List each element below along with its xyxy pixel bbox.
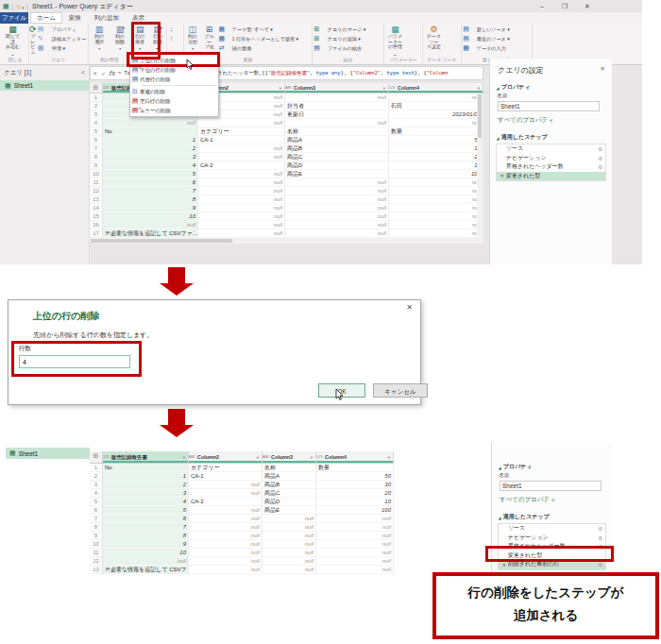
cell[interactable]: null xyxy=(198,119,285,127)
cell[interactable]: null xyxy=(285,195,389,204)
cell[interactable]: 商品A xyxy=(285,136,389,144)
row-number[interactable]: 12 xyxy=(90,187,103,195)
cell[interactable]: null xyxy=(189,532,263,540)
properties-button[interactable]: ▤プロパティ xyxy=(37,25,88,34)
row-number[interactable]: 3 xyxy=(90,481,103,489)
cell[interactable]: null xyxy=(316,549,394,557)
cell[interactable]: null xyxy=(198,153,285,161)
cancel-button[interactable]: キャンセル xyxy=(373,383,428,398)
cell[interactable]: 1 xyxy=(103,472,189,481)
chevron-down-icon[interactable]: ▾ xyxy=(22,4,25,12)
menu-item-remove-duplicates[interactable]: ⊟重複の削除 xyxy=(130,87,218,96)
cell[interactable]: 数量 xyxy=(389,127,483,136)
cell[interactable]: 6 xyxy=(103,515,189,523)
row-number[interactable]: 11 xyxy=(90,549,103,557)
cell[interactable]: null xyxy=(389,204,483,212)
step-navigation[interactable]: ナビゲーション⚙ xyxy=(497,154,605,163)
enter-data-button[interactable]: ▦データの入力 xyxy=(462,43,517,53)
cell[interactable]: 石田 xyxy=(389,102,483,110)
cell[interactable]: 商品B xyxy=(263,481,316,489)
step-changed-type[interactable]: ✕変更された型 xyxy=(497,172,605,181)
cell[interactable]: null xyxy=(198,178,285,187)
cell[interactable]: 商品D xyxy=(285,161,389,170)
row-number[interactable]: 10 xyxy=(90,170,103,178)
cell[interactable]: No xyxy=(103,464,189,472)
cell[interactable]: null xyxy=(389,212,483,221)
data-source-settings-button[interactable]: ⚙データ ソー ス設定 xyxy=(423,25,445,53)
row-number[interactable]: 4 xyxy=(90,489,103,498)
cell[interactable]: null xyxy=(189,540,263,549)
cancel-formula-icon[interactable]: ✕ xyxy=(91,70,99,76)
cell[interactable]: null xyxy=(189,515,263,523)
cell[interactable]: 商品A xyxy=(263,472,316,481)
replace-values-button[interactable]: ⇄値の置換 xyxy=(217,43,312,53)
cell[interactable]: null xyxy=(285,187,389,195)
column-header[interactable]: 123Column4▾ xyxy=(316,451,394,463)
cell[interactable]: 10 xyxy=(316,498,394,506)
cell[interactable]: CA-1 xyxy=(198,136,285,144)
refresh-preview-button[interactable]: ⟳プレビュー の更新▾ xyxy=(29,25,37,56)
cell[interactable]: 2023/01/02 xyxy=(389,110,483,119)
cell[interactable]: null xyxy=(198,144,285,153)
recent-sources-button[interactable]: ▤最近のソース ▾ xyxy=(462,34,517,43)
cell[interactable]: 3 xyxy=(103,489,189,498)
query-list-item-sheet1[interactable]: ▦Sheet1 xyxy=(0,80,89,91)
cell[interactable]: null xyxy=(389,178,483,187)
cell[interactable]: null xyxy=(263,532,316,540)
advanced-editor-button[interactable]: ✎詳細エディター xyxy=(37,34,88,43)
sort-descending-button[interactable]: ↑ xyxy=(167,34,183,43)
cell[interactable]: 2 xyxy=(103,144,198,153)
restore-button[interactable]: ❐ xyxy=(557,1,572,11)
cell[interactable]: null xyxy=(285,229,389,238)
split-column-button[interactable]: ◫列の 分割▾ xyxy=(184,25,201,50)
cell[interactable]: null xyxy=(316,532,394,540)
row-number[interactable]: 9 xyxy=(90,161,103,170)
row-number[interactable]: 1 xyxy=(90,464,103,472)
cell[interactable]: 10 xyxy=(103,212,198,221)
group-by-button[interactable]: ⊞グルー プ化 xyxy=(201,25,218,53)
cell[interactable]: null xyxy=(389,229,483,238)
menu-item-remove-alternate-rows[interactable]: ▤代替行の削除 xyxy=(130,75,218,84)
filter-icon[interactable]: ▾ xyxy=(476,85,482,90)
cell[interactable]: null xyxy=(285,119,389,127)
column-header[interactable]: 123Column4▾ xyxy=(389,83,483,93)
all-properties-link[interactable]: すべてのプロパティ xyxy=(492,496,612,504)
row-number[interactable]: 3 xyxy=(90,110,103,119)
row-number[interactable]: 8 xyxy=(90,153,103,161)
cell[interactable]: null xyxy=(389,221,483,229)
filter-icon[interactable]: ▾ xyxy=(278,85,283,90)
query-name-input[interactable] xyxy=(498,101,600,111)
applied-steps-section-header[interactable]: ◢ 適用したステップ xyxy=(490,133,612,142)
cell[interactable]: null xyxy=(263,515,316,523)
filter-icon[interactable]: ▾ xyxy=(386,454,392,459)
row-number[interactable]: 1 xyxy=(90,93,103,102)
cell[interactable]: null xyxy=(189,523,263,532)
filter-icon[interactable]: ▾ xyxy=(255,454,261,459)
cell[interactable]: No xyxy=(103,127,198,136)
row-count-input[interactable] xyxy=(19,355,130,368)
cell[interactable]: null xyxy=(103,557,189,566)
row-number[interactable]: 17 xyxy=(90,229,103,238)
cell[interactable]: CA-2 xyxy=(189,498,263,506)
row-number[interactable]: 5 xyxy=(90,127,103,136)
scrollbar-thumb[interactable] xyxy=(91,239,232,243)
manage-parameters-button[interactable]: ▦パラメーター の管理▾ xyxy=(384,25,406,56)
cell[interactable]: null xyxy=(316,557,394,566)
cell[interactable]: null xyxy=(389,187,483,195)
merge-queries-button[interactable]: ⊞クエリのマージ ▾ xyxy=(313,25,374,34)
cell[interactable]: null xyxy=(263,523,316,532)
cell[interactable]: 50 xyxy=(316,472,394,481)
remove-columns-button[interactable]: ▥✕列の 削除▾ xyxy=(110,25,130,50)
close-icon[interactable]: ✕ xyxy=(406,303,413,312)
row-number[interactable]: 12 xyxy=(90,557,103,566)
cell[interactable]: 9 xyxy=(103,204,198,212)
cell[interactable]: null xyxy=(198,187,285,195)
filter-icon[interactable]: ▾ xyxy=(181,454,187,459)
filter-icon[interactable]: ▾ xyxy=(309,454,314,459)
cell[interactable]: null xyxy=(103,119,198,127)
cell[interactable]: ※必要な情報を追記して CSVファ... xyxy=(103,566,189,574)
query-list-item-sheet1[interactable]: ▦ Sheet1 xyxy=(6,448,90,459)
cell[interactable]: null xyxy=(189,557,263,566)
cell[interactable]: 更新日 xyxy=(285,110,389,119)
cell[interactable]: 商品D xyxy=(263,498,316,506)
